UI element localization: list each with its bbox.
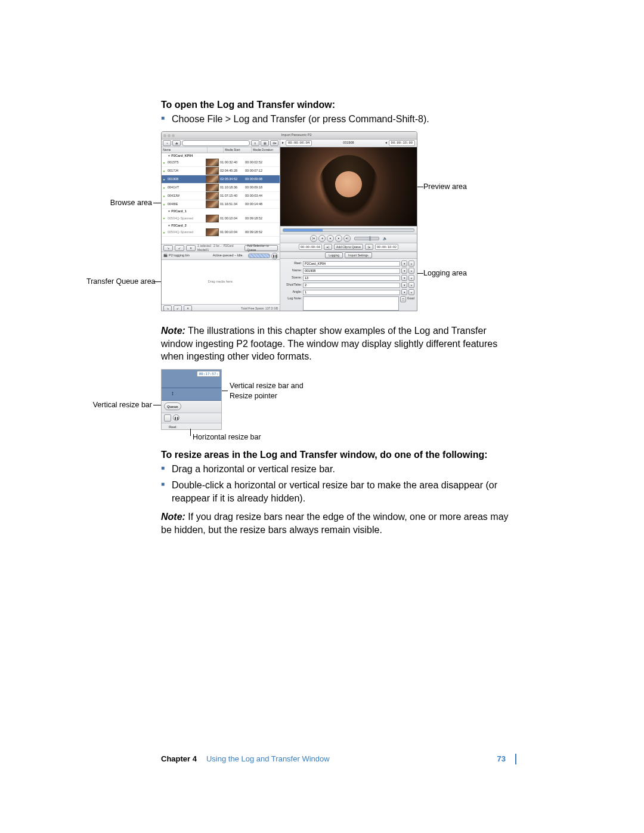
field-lognote: Log Note: ☐ Good [283,296,414,311]
good-checkbox[interactable]: ☐ [400,296,406,302]
note-text: The illustrations in this chapter show e… [161,326,497,361]
mark-in-button[interactable]: ↘ [163,305,172,311]
logging-tabs: Logging Import Settings [280,252,417,259]
mark-in-button[interactable]: ↘ [163,245,173,251]
increment-icon[interactable]: » [408,261,414,267]
tab-import-settings[interactable]: Import Settings [345,252,372,258]
shot-input[interactable] [303,283,400,288]
tab-logging[interactable]: Logging [325,252,343,258]
step-fwd-button[interactable]: ▸ [335,235,342,242]
page-number: 73 [497,754,506,764]
note-text: If you drag resize bars near the edge of… [161,512,509,535]
clip-start: 01:00:32:40 [220,160,245,165]
add-folder-button[interactable]: ＋ [163,140,171,146]
logging-area: Logging Import Settings Reel: ▾ » [280,252,417,311]
figure-log-and-transfer: Browse area Transfer Queue area Preview … [92,131,546,316]
queue-footer: ↘ ↙ ✕ Total Free Space: 137.3 GB [162,304,280,311]
play-button[interactable]: ▸ [327,235,334,242]
volume-slider[interactable] [354,237,379,240]
current-timecode[interactable]: 00:00:00:04 [299,244,322,250]
note-2: Note: If you drag resize bars near the e… [161,510,516,536]
clip-dur: 00:00:02:52 [245,160,270,165]
clear-marks-button[interactable]: ✕ [186,245,196,251]
pause-button[interactable]: ❚❚ [271,253,278,259]
col-name[interactable]: Name [162,147,208,153]
add-clip-row: 00:00:00:04 ▸| Add Clip to Queue |◂ 00:0… [280,243,417,252]
in-button[interactable] [164,414,171,422]
callout-line [222,391,228,391]
increment-icon[interactable]: » [408,275,414,281]
pause-button[interactable]: ❚❚ [173,414,179,421]
status-dot-icon: ● [162,169,166,174]
clip-row[interactable]: ● 0048IE 01:16:51:34 00:00:14:48 [162,200,280,209]
clip-row[interactable]: ● 00504Q-Spanned 01:00:10:04 00:09:18:52 [162,215,280,223]
volume-group[interactable]: P2Card_2 [162,223,280,228]
reel-input[interactable] [303,261,400,267]
queue-drop-zone[interactable]: Drag media here. [162,260,280,304]
search-input[interactable] [182,140,250,146]
duration-timecode[interactable]: 00:00:18:00 [389,140,415,146]
window-upper: ＋ ⏏ ≡ ▦ ⚙▾ Name Media Start Media Durati… [162,140,417,252]
clip-row-selected[interactable]: ● 001908 02:05:34:52 00:00:09:08 [162,175,280,184]
increment-icon[interactable]: » [408,282,414,288]
clip-thumb-icon [206,192,219,200]
name-input[interactable] [303,268,400,274]
vertical-resize-bar[interactable]: ↕ [162,388,221,401]
mark-out-button[interactable]: |◂ [365,244,373,250]
volume-group[interactable]: P2Card_KP04 [162,153,280,159]
clip-name: 0048IE [166,202,206,206]
increment-icon[interactable]: » [408,268,414,274]
scene-input[interactable] [303,275,400,281]
clip-thumb-icon [206,215,219,222]
clip-row[interactable]: ● 00504Q-Spanned 01:00:10:04 00:09:18:52 [162,228,280,237]
col-media-duration[interactable]: Media Duration [252,147,280,153]
lognote-input[interactable] [303,296,399,311]
stepper-icon[interactable]: ▾ [401,282,407,288]
note-label: Note: [161,512,185,522]
preview-area[interactable] [280,147,417,226]
clip-thumb-icon [206,184,219,191]
clip-row[interactable]: ● 0043JW 01:07:15:40 00:00:03:44 [162,192,280,200]
mark-out-button[interactable]: ↙ [175,245,184,251]
clip-row[interactable]: ● 0015T5 01:00:32:40 00:00:02:52 [162,159,280,167]
eject-button[interactable]: ⏏ [172,140,181,146]
clear-button[interactable]: ✕ [184,305,192,311]
col-media-start[interactable]: Media Start [224,147,252,153]
list-view-button[interactable]: ≡ [251,140,259,146]
resize-step-1: Drag a horizontal or vertical resize bar… [161,463,516,476]
out-timecode[interactable]: 00:00:18:02 [375,244,398,250]
browse-list[interactable]: P2Card_KP04 ● 0015T5 01:00:32:40 00:00:0… [162,153,280,244]
increment-icon[interactable]: » [408,289,414,295]
figure-resize-bars: 00:17:57: ↕ Queue ❚❚ Reel: Name: [92,369,546,444]
stepper-icon[interactable]: ▾ [401,289,407,295]
mark-in-button[interactable]: ▸| [324,244,332,250]
clip-name: 001908 [166,177,206,181]
add-clip-to-queue-button[interactable]: Add Clip to Queue [334,244,363,250]
mark-out-button[interactable]: ↙ [174,305,182,311]
go-to-out-button[interactable]: ▸| [343,235,351,242]
status-dot-icon: ● [162,216,166,221]
stepper-icon[interactable]: ▾ [401,261,407,267]
scrubber[interactable] [280,226,417,234]
clip-name: 00504Q-Spanned [166,216,206,221]
preview-slice: 00:17:57: [162,370,221,388]
go-to-in-button[interactable]: |◂ [310,235,317,242]
col-thumb[interactable] [208,147,224,153]
callout-text: Vertical resize bar and [230,382,304,390]
volume-group[interactable]: P2Card_1 [162,209,280,214]
angle-input[interactable] [303,290,400,295]
action-menu-button[interactable]: ⚙▾ [270,140,278,146]
clip-name-label: 001908 [343,141,354,145]
in-timecode[interactable]: 00:00:06:04 [286,140,312,146]
icon-view-button[interactable]: ▦ [261,140,269,146]
step-back-button[interactable]: ◂ [318,235,326,242]
stepper-icon[interactable]: ▾ [401,268,407,274]
callout-horizontal-resize-bar: Horizontal resize bar [193,432,261,442]
field-angle: Angle: ▾ » [283,289,414,295]
clip-row[interactable]: ● 0017J4 02:04:45:28 00:00:07:12 [162,167,280,175]
logging-form: Reel: ▾ » Name: ▾ » [280,259,417,311]
queue-button[interactable]: Queue [164,402,181,410]
clip-row[interactable]: ● 0041VT 01:10:18:36 00:00:09:18 [162,184,280,192]
add-selection-to-queue-button[interactable]: Add Selection to Queue [244,245,278,251]
stepper-icon[interactable]: ▾ [401,275,407,281]
